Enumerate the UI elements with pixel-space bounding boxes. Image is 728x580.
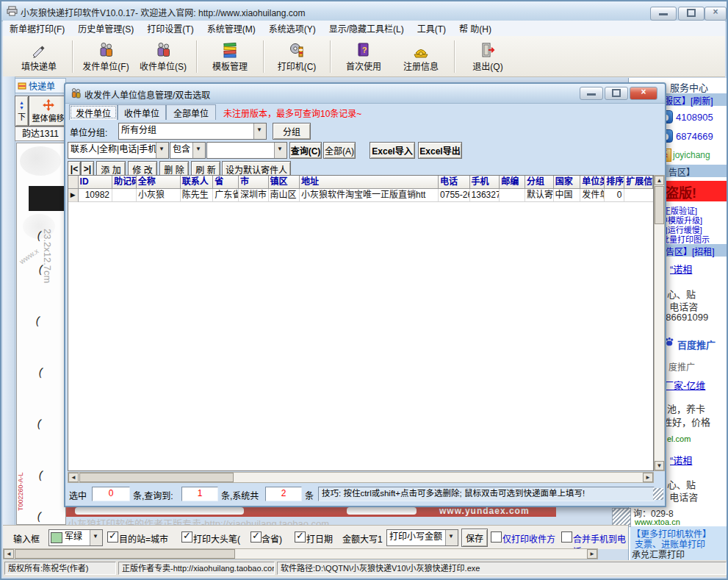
menu-history[interactable]: 历史单管理(S) — [71, 21, 140, 36]
filter-op-combo[interactable]: 包含 — [170, 142, 206, 159]
first-use-button[interactable]: ? 首次使用 — [335, 38, 392, 75]
minimize-button[interactable] — [650, 7, 677, 21]
table-row[interactable]: ▶ 10982 小灰狼 陈先生 广东省 深圳市 南山区 小灰狼软件淘宝唯一正版直… — [68, 189, 653, 202]
scroll-left-icon[interactable]: ◄ — [68, 473, 79, 482]
save-button[interactable]: 保存 — [461, 529, 488, 547]
include-province-checkbox[interactable] — [251, 531, 262, 543]
group-button[interactable]: 分组 — [273, 123, 311, 140]
menu-new-print[interactable]: 新单据打印(F) — [3, 21, 71, 36]
only-receiver-checkbox[interactable] — [491, 531, 502, 543]
col-header[interactable]: 手机 — [470, 176, 500, 189]
chevron-down-icon[interactable] — [253, 123, 266, 139]
global-offset-button[interactable]: 整体偏移 — [29, 96, 68, 126]
menu-system-manage[interactable]: 系统管理(M) — [201, 21, 262, 36]
scroll-down-icon[interactable]: ▼ — [655, 461, 664, 470]
col-header[interactable]: 省 — [213, 176, 239, 189]
dialog-close-button[interactable]: × — [630, 87, 657, 100]
close-button[interactable]: × — [704, 7, 727, 21]
chevron-down-icon[interactable] — [90, 530, 102, 545]
ad-link[interactable]: “诺相 — [670, 453, 692, 467]
contact-name[interactable]: joyichang — [673, 150, 710, 160]
dest-city-checkbox[interactable] — [107, 531, 118, 543]
amount-mode-combo[interactable]: 打印小写金额 — [386, 529, 458, 546]
tab-sender-unit[interactable]: 发件单位 — [69, 104, 118, 120]
group-label: 单位分组: — [70, 126, 107, 138]
printer-button[interactable]: 打印机(C) — [268, 38, 325, 75]
col-header[interactable]: 全称 — [137, 176, 181, 189]
col-header[interactable]: 分组 — [525, 176, 554, 189]
menu-print-settings[interactable]: 打印设置(T) — [140, 21, 200, 36]
collapsed-panel-strip[interactable] — [3, 76, 15, 560]
dialog-resize-grip[interactable] — [653, 488, 663, 500]
ad-link[interactable]: “诺相 — [670, 262, 692, 276]
tab-receiver-unit[interactable]: 收件单位 — [118, 104, 166, 120]
template-name[interactable]: 韵达1311 — [15, 126, 66, 141]
fill-waybill-button[interactable]: 填快递单 — [10, 38, 68, 75]
print-date-checkbox[interactable] — [295, 531, 306, 543]
col-header[interactable]: 扩展信 — [624, 176, 653, 189]
qq-number[interactable]: 4108905 — [676, 112, 713, 123]
register-info-button[interactable]: 注册信息 — [392, 38, 450, 75]
group-combo[interactable]: 所有分组 — [118, 123, 267, 140]
menu-help[interactable]: 帮 助(H) — [453, 21, 498, 36]
tab-waybill[interactable]: 快递单 — [15, 78, 66, 93]
menu-system-options[interactable]: 系统选项(Y) — [262, 21, 322, 36]
query-button[interactable]: 查询(C) — [289, 142, 322, 159]
scroll-up-icon[interactable]: ▲ — [655, 176, 664, 185]
col-header[interactable]: 地址 — [300, 176, 439, 189]
ad-url[interactable]: www.xtoa.cn — [635, 518, 680, 526]
scroll-thumb[interactable] — [15, 549, 235, 559]
col-header[interactable]: 镇区 — [269, 176, 300, 189]
filter-field-combo[interactable]: 联系人|全称|电话|手机|助记码 — [68, 142, 169, 159]
col-header[interactable]: 联系人 — [181, 176, 213, 189]
label-preview[interactable]: www.x 23.2x12.7cm ( ( ( ( ( ( ( T002260-… — [16, 143, 66, 525]
panel-link[interactable]: 批量打印图示 — [661, 233, 710, 245]
col-header[interactable]: 电话 — [439, 176, 470, 189]
chevron-down-icon[interactable] — [192, 143, 205, 158]
dialog-restore-button[interactable] — [605, 87, 628, 100]
template-manage-button[interactable]: 模板管理 — [201, 38, 259, 75]
scroll-right-icon[interactable]: ► — [643, 473, 653, 482]
scroll-thumb[interactable] — [79, 473, 234, 482]
scroll-right-icon[interactable]: ► — [587, 549, 597, 559]
restore-button[interactable] — [678, 7, 704, 21]
ad-url[interactable]: el.com — [667, 434, 691, 443]
merge-mobile-checkbox[interactable] — [561, 531, 572, 543]
qq-service-link[interactable]: 服区】[刷新] — [664, 94, 713, 107]
receiver-unit-button[interactable]: 收件单位(S) — [134, 38, 192, 75]
scroll-thumb[interactable] — [655, 186, 664, 224]
excel-export-button[interactable]: Excel导出 — [418, 142, 462, 159]
notice-band-label: 告区】 — [668, 165, 695, 178]
units-table: ID 助记码 全称 联系人 省 市 镇区 地址 电话 手机 邮编 分组 国家 单… — [68, 175, 654, 471]
chevron-down-icon[interactable] — [445, 530, 458, 545]
scroll-left-icon[interactable]: ◄ — [4, 549, 14, 559]
restore-icon — [687, 9, 696, 17]
col-header[interactable]: 单位类 — [580, 176, 605, 189]
search-input[interactable] — [206, 142, 287, 159]
main-h-scrollbar[interactable]: ◄ ► — [3, 548, 598, 559]
col-header[interactable]: 邮编 — [500, 176, 525, 189]
down-spinner[interactable]: ▲ ▼ 下 — [15, 96, 29, 126]
col-header[interactable]: 国家 — [554, 176, 581, 189]
menu-tools[interactable]: 工具(T) — [411, 21, 453, 36]
qq-number[interactable]: 6874669 — [676, 131, 713, 142]
excel-import-button[interactable]: Excel导入 — [370, 142, 415, 159]
table-h-scrollbar[interactable]: ◄ ► — [68, 472, 654, 483]
tab-all-units[interactable]: 全部单位 — [166, 104, 216, 120]
col-header[interactable]: 助记码 — [112, 176, 137, 189]
ad-link[interactable]: 厂家-亿维 — [664, 378, 705, 392]
col-header[interactable]: ID — [79, 176, 112, 189]
exit-button[interactable]: 退出(Q) — [459, 38, 516, 75]
sender-unit-button[interactable]: 发件单位(F) — [77, 38, 134, 75]
col-header[interactable]: 排序 — [605, 176, 624, 189]
chevron-down-icon[interactable] — [156, 143, 168, 158]
dialog-minimize-button[interactable] — [580, 87, 603, 100]
table-v-scrollbar[interactable]: ▲ ▼ — [654, 175, 665, 471]
ad-band-label[interactable]: 告区】[招租] — [666, 245, 715, 257]
menu-toggle-toolbar[interactable]: 显示/隐藏工具栏(L) — [322, 21, 411, 36]
big-pen-checkbox[interactable] — [181, 531, 192, 543]
all-button[interactable]: 全部(A) — [323, 142, 356, 159]
chevron-down-icon[interactable] — [274, 143, 286, 158]
col-header[interactable]: 市 — [239, 176, 269, 189]
input-color-combo[interactable]: 军绿 — [48, 529, 103, 546]
